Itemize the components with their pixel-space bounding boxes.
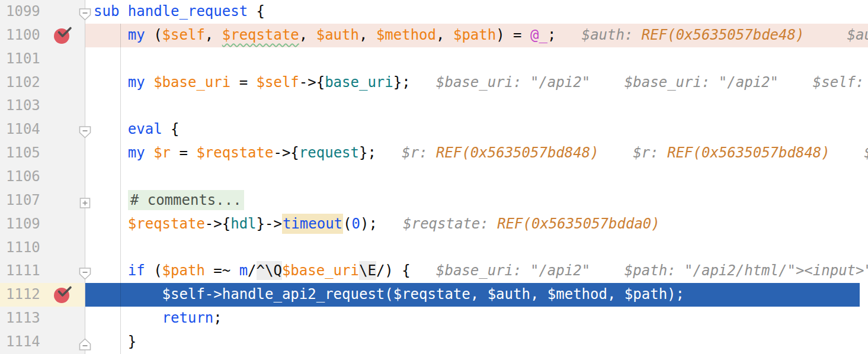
editor-line: 1105 my $r = $reqstate->{request}; $r: R…	[0, 141, 868, 165]
code-token-pl: ;	[547, 27, 556, 43]
code-editor: 1099sub handle_request {1100 my ($self, …	[0, 0, 868, 354]
line-number[interactable]: 1104	[0, 121, 40, 137]
editor-line: 1111 if ($path =~ m/^\Q$base_uri\E/) { $…	[0, 259, 868, 283]
code-token-hn: $base_uri: "/api2" $path: "/api2/html/">…	[411, 262, 868, 279]
code-token-var: $base_uri	[282, 262, 359, 279]
code-token-pl: ->{	[299, 74, 325, 91]
fold-end-icon[interactable]	[78, 335, 92, 349]
code-token-pl	[94, 74, 128, 91]
code-line[interactable]: return;	[85, 307, 868, 330]
code-token-pl	[119, 3, 127, 20]
gutter[interactable]: 1113	[0, 307, 85, 330]
editor-line: 1103	[0, 94, 868, 118]
code-line[interactable]: my $r = $reqstate->{request}; $r: REF(0x…	[85, 141, 868, 165]
gutter[interactable]: 1107	[0, 189, 85, 213]
fold-collapsed-icon[interactable]	[78, 194, 92, 207]
code-token-hn: $reqstate:	[377, 215, 497, 232]
code-line[interactable]: $self->handle_api2_request($reqstate, $a…	[85, 283, 860, 307]
code-token-vart: $reqstate	[222, 27, 299, 43]
code-token-pl: };	[359, 144, 376, 161]
code-token-var: $auth	[316, 27, 359, 43]
gutter[interactable]: 1101	[0, 47, 85, 71]
fold-expanded-icon[interactable]	[78, 123, 92, 137]
gutter[interactable]: 1103	[0, 94, 85, 118]
code-token-wh: $self->handle_api2_request($reqstate, $a…	[94, 286, 684, 302]
gutter[interactable]: 1110	[0, 236, 85, 260]
code-line[interactable]	[85, 165, 868, 189]
code-line[interactable]: sub handle_request {	[85, 0, 868, 24]
line-number[interactable]: 1114	[0, 333, 40, 350]
code-line[interactable]: my $base_uri = $self->{base_uri}; $base_…	[85, 71, 868, 95]
code-token-pl: {	[248, 3, 265, 20]
code-token-pl: ) =	[496, 27, 530, 43]
line-number[interactable]: 1099	[0, 3, 40, 20]
code-line[interactable]	[85, 94, 868, 118]
code-token-pl	[94, 262, 128, 279]
line-number[interactable]: 1107	[0, 192, 40, 208]
line-number[interactable]: 1100	[0, 27, 40, 43]
code-token-pl	[145, 74, 153, 91]
gutter[interactable]: 1104	[0, 118, 85, 141]
line-number[interactable]: 1105	[0, 144, 40, 161]
code-line[interactable]: # comments...	[85, 189, 868, 213]
editor-line: 1101	[0, 47, 868, 71]
code-token-hn: $r:	[376, 144, 436, 161]
code-token-var: $r	[153, 144, 171, 161]
code-token-hk: hdl	[230, 215, 256, 232]
code-token-hn: $base_uri: "/api2" $base_uri: "/api2" $s…	[411, 74, 868, 91]
gutter[interactable]: 1109	[0, 213, 85, 236]
line-number[interactable]: 1113	[0, 310, 40, 326]
gutter[interactable]: 1106	[0, 165, 85, 189]
code-token-var: $reqstate	[196, 144, 273, 161]
code-token-pl: };	[393, 74, 411, 91]
code-token-hk: request	[299, 144, 359, 161]
code-token-hr: REF(0x5635057bdda0)	[497, 215, 660, 232]
code-line[interactable]: my ($self, $reqstate, $auth, $method, $p…	[85, 24, 868, 47]
code-line[interactable]: if ($path =~ m/^\Q$base_uri\E/) { $base_…	[85, 259, 868, 283]
code-token-esc: ^\Q	[257, 261, 282, 280]
line-number[interactable]: 1109	[0, 215, 40, 232]
code-token-kw: m	[239, 262, 248, 279]
code-token-mg: @_	[530, 27, 547, 43]
line-number[interactable]: 1112	[0, 286, 40, 302]
code-token-pl: }	[94, 333, 136, 350]
code-token-kw: my	[128, 144, 145, 161]
code-token-hr: REF(0x5635057bde48)	[642, 27, 805, 43]
fold-expanded-icon[interactable]	[78, 265, 92, 278]
code-token-pl: (	[343, 215, 351, 232]
code-line[interactable]	[85, 236, 868, 260]
breakpoint-verified-icon[interactable]	[53, 285, 75, 305]
code-token-pl	[94, 192, 128, 208]
line-number[interactable]: 1106	[0, 168, 40, 185]
code-token-pl: {	[162, 121, 180, 137]
code-token-pl: /) {	[376, 262, 411, 279]
gutter[interactable]: 1112	[0, 283, 85, 307]
line-number[interactable]: 1101	[0, 50, 40, 67]
editor-line: 1107 # comments...	[0, 189, 868, 213]
gutter[interactable]: 1111	[0, 259, 85, 283]
code-token-kw: my	[128, 27, 145, 43]
gutter[interactable]: 1114	[0, 330, 85, 354]
editor-line: 1102 my $base_uri = $self->{base_uri}; $…	[0, 71, 868, 95]
line-number[interactable]: 1103	[0, 97, 40, 114]
gutter[interactable]: 1099	[0, 0, 85, 24]
code-token-hn: $auth	[804, 27, 868, 43]
gutter[interactable]: 1102	[0, 71, 85, 95]
breakpoint-verified-icon[interactable]	[53, 25, 75, 46]
line-number[interactable]: 1111	[0, 262, 40, 279]
fold-expanded-icon[interactable]	[78, 5, 92, 18]
code-line[interactable]: eval {	[85, 118, 868, 141]
code-line[interactable]	[85, 47, 868, 71]
code-token-kw: return	[162, 310, 214, 326]
editor-line: 1099sub handle_request {	[0, 0, 868, 24]
code-token-var: $path	[453, 27, 496, 43]
gutter[interactable]: 1105	[0, 141, 85, 165]
code-line[interactable]: }	[85, 330, 868, 354]
code-token-var: $self	[257, 74, 299, 91]
line-number[interactable]: 1110	[0, 239, 40, 256]
gutter[interactable]: 1100	[0, 24, 85, 47]
code-token-pl: );	[360, 215, 377, 232]
line-number[interactable]: 1102	[0, 74, 40, 91]
code-line[interactable]: $reqstate->{hdl}->timeout(0); $reqstate:…	[85, 213, 868, 236]
code-token-kw: eval	[128, 121, 162, 137]
